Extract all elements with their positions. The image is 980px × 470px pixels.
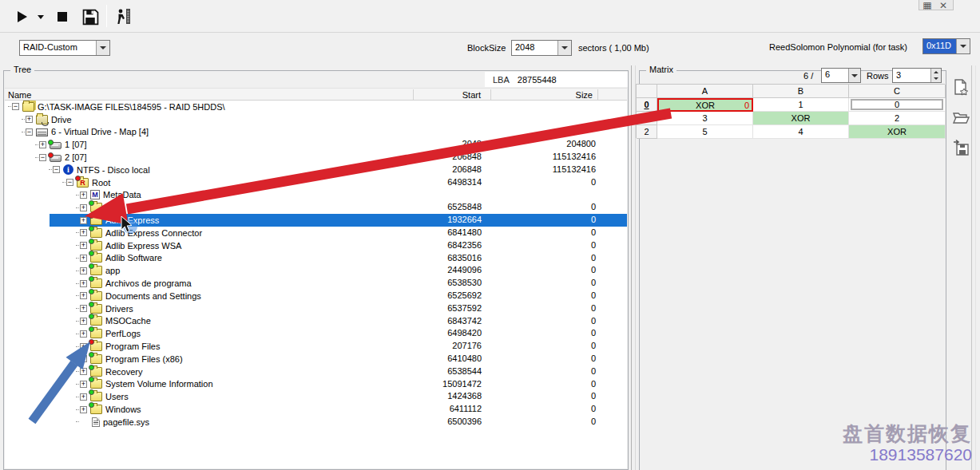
- tree-row[interactable]: +PerfLogs64984200: [5, 327, 627, 340]
- tree-expander[interactable]: +: [26, 116, 33, 123]
- start-button[interactable]: [13, 6, 32, 27]
- tree-expander[interactable]: −: [39, 154, 46, 161]
- tree-item-label[interactable]: Adlib: [102, 203, 125, 212]
- tree-item-label[interactable]: PerfLogs: [102, 329, 141, 338]
- tree-expander[interactable]: −: [53, 166, 60, 173]
- matrix-cell[interactable]: XOR0: [657, 98, 753, 112]
- tree-expander[interactable]: +: [80, 242, 87, 249]
- tree-expander[interactable]: +: [80, 292, 87, 299]
- blocksize-combo[interactable]: 2048: [511, 40, 572, 56]
- tree-expander[interactable]: +: [80, 267, 87, 274]
- tree-row[interactable]: +app24490960: [5, 264, 627, 277]
- matrix-cell[interactable]: XOR: [753, 112, 849, 125]
- spin-up-button[interactable]: [931, 69, 941, 76]
- matrix-row-header[interactable]: 1: [637, 112, 657, 125]
- tree-row[interactable]: +Adlib Express WSA68423560: [5, 239, 627, 252]
- matrix-cell[interactable]: 4: [753, 125, 849, 139]
- stop-button[interactable]: [53, 6, 72, 27]
- tree-item-label[interactable]: MetaData: [100, 190, 141, 199]
- tree-expander[interactable]: −: [66, 179, 73, 186]
- tree-expander[interactable]: +: [80, 355, 87, 362]
- tree-row[interactable]: −RRoot64983140: [5, 176, 627, 189]
- matrix-cell-editor[interactable]: 0: [851, 99, 943, 110]
- tree-row[interactable]: +Adlib Express19326640: [5, 214, 627, 227]
- tree-row[interactable]: −2 [07]206848115132416: [5, 151, 627, 164]
- save-matrix-button[interactable]: [950, 137, 971, 158]
- tree-item-label[interactable]: MSOCache: [102, 316, 151, 326]
- tree-item-label[interactable]: Drive: [48, 115, 72, 124]
- tree-item-label[interactable]: 6 - Virtual Drive - Map [4]: [48, 127, 149, 136]
- matrix-cell[interactable]: XOR: [849, 125, 946, 139]
- matrix-column-header[interactable]: A: [657, 85, 753, 98]
- tree-row[interactable]: +Archivos de programa65385300: [5, 277, 627, 290]
- matrix-cell[interactable]: 3: [657, 112, 753, 125]
- tree-item-label[interactable]: 2 [07]: [61, 152, 87, 162]
- tree-expander[interactable]: +: [80, 204, 87, 211]
- tree-row[interactable]: −6 - Virtual Drive - Map [4]: [5, 126, 627, 139]
- tree-row[interactable]: +1 [07]2048204800: [5, 138, 627, 151]
- open-matrix-button[interactable]: [950, 107, 971, 128]
- tree-item-label[interactable]: Program Files: [102, 342, 160, 351]
- tree-item-label[interactable]: Program Files (x86): [102, 354, 183, 364]
- tree-item-label[interactable]: Adlib Express Connector: [102, 228, 202, 238]
- tree-item-label[interactable]: 1 [07]: [61, 140, 87, 149]
- blocksize-dropdown-button[interactable]: [557, 41, 571, 55]
- tree-row[interactable]: −iNTFS - Disco local206848115132416: [5, 164, 627, 176]
- tree-row[interactable]: +Adlib Software68350160: [5, 252, 627, 265]
- tree-expander[interactable]: −: [12, 103, 19, 110]
- tree-row[interactable]: +MMetaData: [5, 189, 627, 202]
- tree-expander[interactable]: +: [80, 343, 87, 350]
- panel-splitter[interactable]: [631, 65, 632, 470]
- tree-row[interactable]: +Drivers65375920: [5, 302, 627, 315]
- tree-row[interactable]: −G:\TASK-IMAGE FILES\184595 - RAID 5HDDS…: [5, 101, 627, 113]
- tree-expander[interactable]: +: [80, 217, 87, 224]
- tree-item-label[interactable]: Users: [102, 392, 129, 401]
- tree-expander[interactable]: +: [80, 229, 87, 236]
- tree-expander[interactable]: +: [80, 255, 87, 262]
- tree-item-label[interactable]: Adlib Express WSA: [102, 241, 181, 251]
- column-header-start[interactable]: Start: [452, 90, 481, 100]
- matrix-cell[interactable]: 2: [849, 112, 946, 125]
- raid-mode-dropdown-button[interactable]: [96, 41, 109, 55]
- tree-item-label[interactable]: System Volume Information: [102, 379, 213, 389]
- tree-item-label[interactable]: Recovery: [102, 367, 142, 377]
- tree-expander[interactable]: +: [80, 393, 87, 401]
- column-header-size[interactable]: Size: [564, 90, 593, 100]
- matrix-column-header[interactable]: C: [849, 85, 946, 98]
- tree-row[interactable]: +Recovery65385440: [5, 365, 627, 378]
- reedsolomon-dropdown-button[interactable]: [956, 39, 970, 53]
- tree-item-label[interactable]: G:\TASK-IMAGE FILES\184595 - RAID 5HDDS\: [34, 102, 225, 112]
- reedsolomon-combo[interactable]: 0x11D: [922, 38, 970, 54]
- tree-expander[interactable]: +: [80, 280, 87, 287]
- tree-expander[interactable]: +: [80, 305, 87, 312]
- disk-count-combo[interactable]: 6: [821, 68, 861, 83]
- tree-item-label[interactable]: Documents and Settings: [102, 291, 201, 301]
- tree-row[interactable]: +Adlib Express Connector68414800: [5, 227, 627, 239]
- tree-row[interactable]: +MSOCache68437420: [5, 315, 627, 328]
- save-button[interactable]: [80, 6, 101, 27]
- lba-field[interactable]: LBA 28755448: [485, 72, 628, 87]
- matrix-cell[interactable]: 1: [753, 98, 849, 112]
- tree-row[interactable]: +Windows64111120: [5, 403, 627, 416]
- grid-icon[interactable]: ▦: [919, 0, 935, 10]
- tree-row[interactable]: +Drive: [5, 113, 627, 126]
- tree-item-label[interactable]: pagefile.sys: [100, 417, 149, 427]
- matrix-cell[interactable]: 0: [849, 98, 946, 112]
- tree-row[interactable]: +Users14243680: [5, 390, 627, 403]
- tree-item-label[interactable]: Drivers: [102, 304, 133, 314]
- tree-expander[interactable]: +: [80, 381, 87, 388]
- tree-item-label[interactable]: Adlib Software: [102, 253, 162, 263]
- tree-row[interactable]: +System Volume Information150914720: [5, 378, 627, 391]
- tree-row[interactable]: pagefile.sys65003960: [5, 416, 627, 429]
- tree-item-label[interactable]: Windows: [102, 405, 141, 414]
- tree-item-label[interactable]: Root: [89, 178, 110, 188]
- tree-expander[interactable]: +: [80, 368, 87, 375]
- tree-expander[interactable]: +: [80, 318, 87, 325]
- tree-expander[interactable]: −: [26, 128, 33, 136]
- matrix-row-header[interactable]: 2: [637, 125, 657, 139]
- column-header-name[interactable]: Name: [8, 90, 31, 100]
- rows-spinner[interactable]: 3: [892, 68, 942, 83]
- tree-item-label[interactable]: NTFS - Disco local: [73, 165, 150, 175]
- close-icon[interactable]: ✕: [935, 0, 951, 10]
- start-options-button[interactable]: [35, 6, 46, 27]
